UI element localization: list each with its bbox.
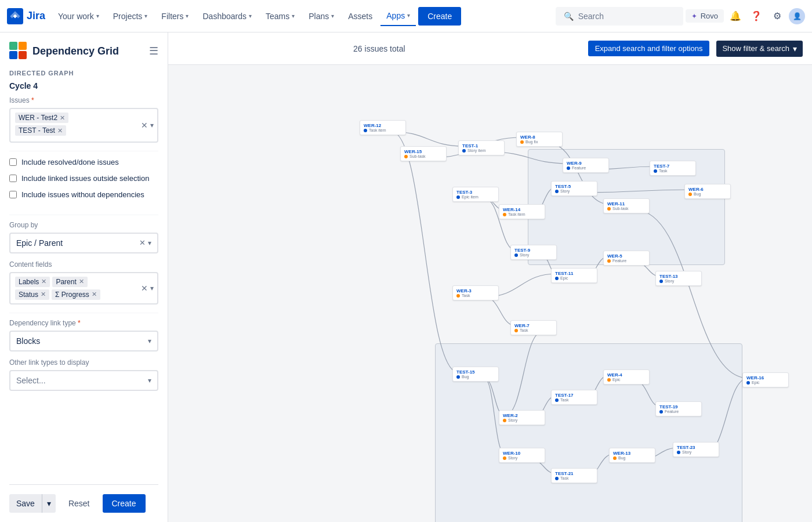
help-icon[interactable]: ❓: [747, 7, 766, 26]
other-link-dropdown-icon[interactable]: ▾: [148, 376, 151, 385]
group-by-clear-icon[interactable]: ✕: [139, 238, 146, 247]
graph-node-n5[interactable]: WER-9 Feature: [563, 158, 609, 173]
graph-node-n20[interactable]: TEST-17 Task: [551, 390, 597, 405]
nav-filters[interactable]: Filters ▾: [155, 7, 194, 26]
graph-node-n2[interactable]: WER-15 Sub-task: [400, 146, 447, 161]
graph-node-n26[interactable]: TEST-23 Story: [673, 442, 719, 457]
nav-teams[interactable]: Teams ▾: [260, 7, 300, 26]
svg-rect-3: [9, 51, 17, 59]
nav-apps[interactable]: Apps ▾: [380, 6, 416, 26]
notifications-icon[interactable]: 🔔: [726, 7, 745, 26]
content-tag-3-remove[interactable]: ✕: [92, 291, 97, 298]
other-link-placeholder: Select...: [16, 376, 46, 385]
graph-node-n24[interactable]: TEST-21 Task: [551, 468, 597, 483]
teams-chevron-icon: ▾: [292, 13, 295, 19]
jira-logo[interactable]: Jira: [7, 8, 45, 24]
content-dropdown-icon[interactable]: ▾: [150, 284, 154, 292]
user-avatar[interactable]: 👤: [789, 8, 805, 24]
main-content: 26 issues total Expand search and filter…: [168, 32, 812, 522]
create-button[interactable]: Create: [418, 7, 461, 26]
graph-node-n17[interactable]: WER-7 Task: [510, 320, 557, 335]
dependency-grid-icon: [9, 42, 28, 60]
graph-node-n15[interactable]: WER-5 Feature: [603, 251, 650, 266]
graph-node-n21[interactable]: WER-4 Epic: [603, 369, 650, 385]
svg-rect-1: [9, 42, 17, 50]
sidebar-panel: Dependency Grid ☰ DIRECTED GRAPH Cycle 4…: [0, 32, 168, 522]
graph-node-n12[interactable]: TEST-9 Story: [510, 245, 557, 260]
dep-link-label: Dependency link type *: [9, 319, 158, 327]
show-filter-chevron-icon: ▾: [793, 44, 797, 53]
show-filter-button[interactable]: Show filter & search ▾: [716, 41, 803, 57]
create-graph-button[interactable]: Create: [103, 494, 146, 513]
graph-node-n9[interactable]: WER-11 Sub-task: [603, 198, 650, 213]
graph-node-n8[interactable]: TEST-5 Story: [551, 181, 597, 196]
sidebar-menu-icon[interactable]: ☰: [149, 45, 158, 57]
dep-link-select[interactable]: Blocks ▾: [9, 331, 158, 351]
filters-chevron-icon: ▾: [186, 13, 188, 19]
save-dropdown-icon[interactable]: ▾: [42, 494, 56, 513]
graph-node-n4[interactable]: WER-8 Bug fix: [516, 132, 563, 147]
graph-node-n10[interactable]: TEST-7 Task: [650, 161, 696, 176]
content-tag-0-remove[interactable]: ✕: [41, 278, 46, 285]
save-button[interactable]: Save: [9, 494, 42, 513]
content-tag-2-remove[interactable]: ✕: [41, 291, 46, 298]
expand-filter-button[interactable]: Expand search and filter options: [588, 41, 710, 56]
nav-your-work[interactable]: Your work ▾: [52, 7, 105, 26]
rovo-star-icon: ✦: [691, 12, 697, 20]
issues-total-label: 26 issues total: [177, 44, 581, 53]
nav-projects[interactable]: Projects ▾: [107, 7, 154, 26]
search-bar[interactable]: 🔍 Search: [556, 7, 683, 26]
graph-node-n3[interactable]: TEST-1 Story item: [458, 140, 505, 155]
graph-node-n14[interactable]: TEST-11 Epic: [551, 268, 597, 283]
include-no-deps-checkbox[interactable]: [9, 191, 17, 198]
include-resolved-label[interactable]: Include resolved/done issues: [21, 157, 119, 168]
rovo-button[interactable]: ✦ Rovo: [686, 9, 724, 23]
group-by-label: Group by: [9, 221, 158, 229]
dep-link-dropdown-icon[interactable]: ▾: [148, 337, 151, 345]
search-icon: 🔍: [564, 12, 574, 21]
include-resolved-checkbox[interactable]: [9, 158, 17, 166]
issue-tag-1-remove[interactable]: ✕: [57, 127, 63, 135]
svg-rect-2: [19, 42, 27, 50]
other-link-select[interactable]: Select... ▾: [9, 370, 158, 391]
graph-node-n23[interactable]: WER-10 Story: [499, 448, 545, 463]
main-toolbar: 26 issues total Expand search and filter…: [168, 32, 812, 65]
group-by-value: Epic / Parent: [16, 238, 63, 248]
graph-node-n13[interactable]: WER-3 Task: [452, 285, 499, 300]
content-fields-select[interactable]: Labels ✕ Parent ✕ Status ✕ Σ Progress ✕: [9, 272, 158, 304]
graph-node-n16[interactable]: TEST-13 Story: [655, 271, 702, 286]
graph-node-n22[interactable]: TEST-19 Feature: [655, 401, 702, 416]
graph-node-n6[interactable]: TEST-3 Epic item: [452, 187, 499, 202]
content-tag-0: Labels ✕: [15, 277, 50, 287]
projects-chevron-icon: ▾: [144, 13, 147, 19]
divider-3: [9, 313, 158, 313]
issues-field-label: Issues *: [9, 96, 158, 104]
section-label-directed-graph: DIRECTED GRAPH: [9, 70, 158, 77]
nav-plans[interactable]: Plans ▾: [303, 7, 340, 26]
graph-node-n27[interactable]: WER-16 Epic: [742, 372, 789, 387]
include-linked-label[interactable]: Include linked issues outside selection: [21, 173, 149, 184]
issues-multi-select[interactable]: WER - Test2 ✕ TEST - Test ✕ ✕ ▾: [9, 108, 158, 143]
graph-node-n19[interactable]: WER-2 Story: [499, 410, 545, 425]
content-tag-1-remove[interactable]: ✕: [79, 278, 84, 285]
issues-clear-icon[interactable]: ✕: [141, 121, 148, 130]
reset-button[interactable]: Reset: [60, 494, 98, 513]
issue-tag-0-remove[interactable]: ✕: [60, 114, 65, 122]
settings-icon[interactable]: ⚙: [768, 7, 786, 26]
include-linked-checkbox[interactable]: [9, 175, 17, 182]
group-by-select[interactable]: Epic / Parent ✕ ▾: [9, 233, 158, 253]
content-tags-row-2: Status ✕ Σ Progress ✕: [15, 289, 153, 300]
graph-node-n1[interactable]: WER-12 Task item: [360, 120, 406, 135]
graph-node-n25[interactable]: WER-13 Bug: [609, 448, 655, 463]
issues-dropdown-icon[interactable]: ▾: [150, 121, 154, 129]
graph-node-n18[interactable]: TEST-15 Bug: [452, 367, 499, 382]
graph-node-n11[interactable]: WER-6 Bug: [684, 184, 731, 199]
graph-area[interactable]: WER-12 Task item WER-15 Sub-task TEST-1 …: [168, 65, 812, 522]
nav-assets[interactable]: Assets: [342, 7, 378, 26]
jira-logo-text: Jira: [27, 10, 45, 22]
include-no-deps-label[interactable]: Include issues without dependencies: [21, 190, 144, 200]
graph-node-n7[interactable]: WER-14 Task item: [499, 204, 545, 219]
group-by-dropdown-icon[interactable]: ▾: [148, 239, 151, 247]
nav-dashboards[interactable]: Dashboards ▾: [197, 7, 258, 26]
content-clear-icon[interactable]: ✕: [141, 284, 148, 293]
